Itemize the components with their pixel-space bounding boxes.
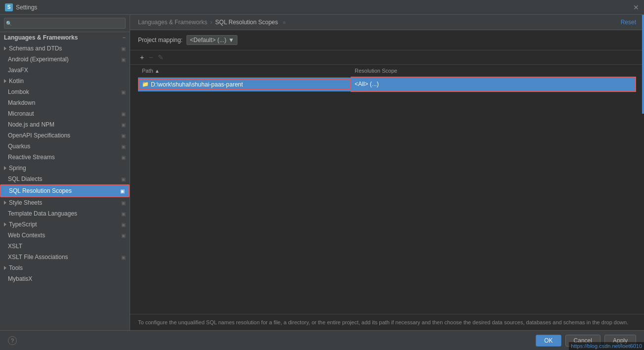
breadcrumb-tab-icon: ≡ (283, 20, 286, 25)
close-button[interactable]: ✕ (633, 3, 639, 11)
project-mapping-dropdown[interactable]: <Default> (...) ▼ (186, 35, 237, 45)
footer-note: To configure the unqualified SQL names r… (130, 314, 644, 331)
sidebar-item-xslt[interactable]: XSLT (0, 241, 130, 252)
badge-icon: ▣ (121, 222, 126, 227)
sidebar-item-label: TypeScript (9, 221, 37, 228)
sidebar-item-label: XSLT File Associations (8, 254, 68, 261)
scope-cell: <All> (...) (351, 77, 636, 91)
table-row[interactable]: 📁 D:\work\shuhai\shuhai-paas-parent <All… (138, 77, 636, 91)
project-mapping-label: Project mapping: (138, 37, 183, 44)
ok-button[interactable]: OK (536, 335, 561, 347)
sidebar-item-label: SQL Resolution Scopes (9, 187, 72, 194)
sidebar-item-javafx[interactable]: JavaFX (0, 65, 130, 76)
breadcrumb-separator: › (210, 19, 212, 26)
app-icon: S (5, 3, 13, 11)
sidebar-item-label: Markdown (8, 99, 35, 106)
badge-icon: ▣ (121, 200, 126, 206)
sidebar-item-label: Lombok (8, 88, 29, 95)
arrow-icon (4, 46, 6, 50)
badge-icon: ▣ (121, 57, 126, 62)
sidebar-item-label: SQL Dialects (8, 175, 43, 182)
column-header-path: Path ▲ (138, 65, 351, 77)
remove-button[interactable]: − (147, 52, 155, 62)
sidebar-item-openapi[interactable]: OpenAPI Specifications ▣ (0, 130, 130, 141)
sidebar-item-lombok[interactable]: Lombok ▣ (0, 87, 130, 97)
badge-icon: ▣ (121, 233, 126, 238)
column-header-scope: Resolution Scope (351, 65, 636, 77)
sidebar-item-spring[interactable]: Spring (0, 163, 130, 174)
sidebar-item-style-sheets[interactable]: Style Sheets ▣ (0, 197, 130, 208)
sidebar-item-micronaut[interactable]: Micronaut ▣ (0, 108, 130, 119)
sidebar-item-label: MybatisX (8, 275, 32, 282)
arrow-icon (4, 222, 6, 226)
sidebar-item-label: Reactive Streams (8, 154, 55, 161)
sidebar-item-xslt-file-assoc[interactable]: XSLT File Associations ▣ (0, 252, 130, 262)
search-box (0, 15, 130, 32)
sidebar-item-label: Tools (9, 264, 23, 271)
content: Project mapping: <Default> (...) ▼ + − ✎ (130, 30, 644, 330)
sidebar-item-quarkus[interactable]: Quarkus ▣ (0, 141, 130, 152)
badge-icon: ▣ (121, 89, 126, 95)
badge-icon: ▣ (121, 155, 126, 160)
sidebar-item-sql-dialects[interactable]: SQL Dialects ▣ (0, 174, 130, 184)
sidebar-item-typescript[interactable]: TypeScript ▣ (0, 219, 130, 230)
sidebar-item-kotlin[interactable]: Kotlin (0, 76, 130, 87)
sidebar-item-label: JavaFX (8, 67, 28, 74)
sidebar-item-label: Web Contexts (8, 232, 45, 239)
sidebar-item-label: Kotlin (9, 78, 24, 85)
sidebar-section-header[interactable]: Languages & Frameworks − (0, 32, 130, 43)
watermark: https://blog.csdn.net/loet6010 (569, 342, 644, 350)
badge-icon: ▣ (121, 46, 126, 51)
breadcrumb-item-1: Languages & Frameworks (138, 19, 207, 26)
badge-icon: ▣ (120, 188, 125, 194)
breadcrumb-bar: Languages & Frameworks › SQL Resolution … (130, 15, 644, 30)
title-bar: S Settings ✕ (0, 0, 644, 15)
sidebar-item-label: Schemas and DTDs (9, 45, 62, 52)
arrow-icon (4, 201, 6, 205)
sidebar-item-android[interactable]: Android (Experimental) ▣ (0, 54, 130, 65)
edit-button[interactable]: ✎ (156, 52, 166, 62)
sidebar-item-label: Spring (9, 165, 26, 172)
badge-icon: ▣ (121, 255, 126, 260)
window-title: Settings (16, 4, 37, 11)
sidebar-item-reactive-streams[interactable]: Reactive Streams ▣ (0, 152, 130, 163)
sidebar-item-web-contexts[interactable]: Web Contexts ▣ (0, 230, 130, 241)
content-header: Project mapping: <Default> (...) ▼ (130, 30, 644, 50)
right-accent-bar (642, 15, 644, 114)
sidebar-item-label: Style Sheets (9, 199, 42, 206)
sidebar-item-nodejs[interactable]: Node.js and NPM ▣ (0, 119, 130, 130)
section-collapse-icon: − (122, 34, 126, 41)
search-wrapper (4, 18, 126, 29)
arrow-icon (4, 166, 6, 170)
arrow-icon (4, 79, 6, 83)
title-bar-left: S Settings (5, 3, 37, 11)
sidebar-item-tools[interactable]: Tools (0, 262, 130, 273)
sidebar-section-title: Languages & Frameworks (4, 34, 78, 41)
sidebar-item-markdown[interactable]: Markdown (0, 97, 130, 108)
sidebar-item-label: XSLT (8, 243, 22, 250)
badge-icon: ▣ (121, 144, 126, 149)
sidebar-item-label: Quarkus (8, 143, 30, 150)
sidebar-item-schemas[interactable]: Schemas and DTDs ▣ (0, 43, 130, 54)
sidebar-item-label: Micronaut (8, 110, 34, 117)
add-button[interactable]: + (138, 52, 146, 62)
badge-icon: ▣ (121, 211, 126, 217)
bottom-bar: ? OK Cancel Apply (0, 330, 644, 350)
dropdown-arrow-icon: ▼ (228, 37, 234, 44)
sidebar-item-template-data[interactable]: Template Data Languages ▣ (0, 208, 130, 219)
path-cell: 📁 D:\work\shuhai\shuhai-paas-parent (138, 77, 351, 91)
arrow-icon (4, 266, 6, 270)
reset-button[interactable]: Reset (621, 19, 636, 26)
sidebar-item-mybatisx[interactable]: MybatisX (0, 273, 130, 284)
search-input[interactable] (4, 18, 126, 29)
help-button[interactable]: ? (8, 336, 17, 345)
badge-icon: ▣ (121, 122, 126, 128)
badge-icon: ▣ (121, 111, 126, 117)
dropdown-value: <Default> (...) (190, 37, 226, 44)
badge-icon: ▣ (121, 176, 126, 182)
toolbar: + − ✎ (130, 50, 644, 65)
sort-indicator: ▲ (155, 68, 160, 74)
scope-value: <All> (...) (355, 81, 379, 88)
sidebar-item-sql-resolution-scopes[interactable]: SQL Resolution Scopes ▣ (0, 184, 130, 197)
sidebar: Languages & Frameworks − Schemas and DTD… (0, 15, 130, 330)
